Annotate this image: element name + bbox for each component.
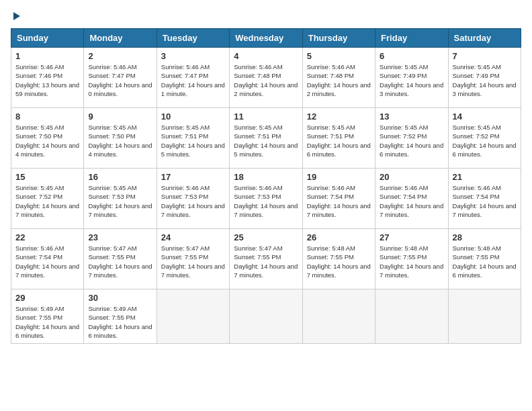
calendar-header-sunday: Sunday xyxy=(11,29,84,48)
calendar-table: SundayMondayTuesdayWednesdayThursdayFrid… xyxy=(11,28,521,344)
calendar-week-row: 29Sunrise: 5:49 AMSunset: 7:55 PMDayligh… xyxy=(11,289,521,344)
day-info: Sunrise: 5:45 AMSunset: 7:51 PMDaylight:… xyxy=(307,123,371,158)
day-number: 26 xyxy=(307,232,371,242)
calendar-cell: 10Sunrise: 5:45 AMSunset: 7:51 PMDayligh… xyxy=(157,108,229,169)
day-info: Sunrise: 5:49 AMSunset: 7:55 PMDaylight:… xyxy=(88,304,152,340)
calendar-header-friday: Friday xyxy=(375,29,448,48)
calendar-cell: 20Sunrise: 5:46 AMSunset: 7:54 PMDayligh… xyxy=(375,169,448,229)
calendar-week-row: 1Sunrise: 5:46 AMSunset: 7:46 PMDaylight… xyxy=(11,48,521,108)
day-number: 20 xyxy=(380,172,443,182)
day-number: 28 xyxy=(453,232,517,242)
calendar-cell: 14Sunrise: 5:45 AMSunset: 7:52 PMDayligh… xyxy=(448,108,521,169)
calendar-header-thursday: Thursday xyxy=(302,29,375,48)
calendar-cell: 6Sunrise: 5:45 AMSunset: 7:49 PMDaylight… xyxy=(375,48,448,108)
day-info: Sunrise: 5:45 AMSunset: 7:51 PMDaylight:… xyxy=(161,123,225,158)
day-number: 12 xyxy=(307,111,371,122)
calendar-header-tuesday: Tuesday xyxy=(157,29,229,48)
day-info: Sunrise: 5:45 AMSunset: 7:50 PMDaylight:… xyxy=(88,123,152,158)
day-info: Sunrise: 5:49 AMSunset: 7:55 PMDaylight:… xyxy=(15,304,79,340)
day-number: 21 xyxy=(453,172,517,182)
calendar-cell: 12Sunrise: 5:45 AMSunset: 7:51 PMDayligh… xyxy=(302,108,375,169)
day-info: Sunrise: 5:46 AMSunset: 7:54 PMDaylight:… xyxy=(15,244,79,279)
calendar-cell xyxy=(302,289,375,344)
day-info: Sunrise: 5:46 AMSunset: 7:48 PMDaylight:… xyxy=(307,62,371,98)
calendar-cell xyxy=(230,289,302,344)
day-number: 13 xyxy=(380,111,443,122)
day-info: Sunrise: 5:46 AMSunset: 7:54 PMDaylight:… xyxy=(380,183,443,219)
day-number: 18 xyxy=(234,172,298,182)
calendar-header-wednesday: Wednesday xyxy=(230,29,302,48)
day-number: 10 xyxy=(161,111,225,122)
day-number: 25 xyxy=(234,232,298,242)
day-number: 11 xyxy=(234,111,298,122)
day-info: Sunrise: 5:46 AMSunset: 7:46 PMDaylight:… xyxy=(15,62,79,98)
calendar-cell: 22Sunrise: 5:46 AMSunset: 7:54 PMDayligh… xyxy=(11,229,84,289)
day-number: 9 xyxy=(88,111,152,122)
day-number: 19 xyxy=(307,172,371,182)
calendar-cell: 18Sunrise: 5:46 AMSunset: 7:53 PMDayligh… xyxy=(230,169,302,229)
day-info: Sunrise: 5:46 AMSunset: 7:47 PMDaylight:… xyxy=(88,62,152,98)
day-number: 16 xyxy=(88,172,152,182)
calendar-cell: 7Sunrise: 5:45 AMSunset: 7:49 PMDaylight… xyxy=(448,48,521,108)
day-info: Sunrise: 5:45 AMSunset: 7:49 PMDaylight:… xyxy=(380,62,443,98)
day-info: Sunrise: 5:47 AMSunset: 7:55 PMDaylight:… xyxy=(234,244,298,279)
calendar-cell xyxy=(448,289,521,344)
day-info: Sunrise: 5:48 AMSunset: 7:55 PMDaylight:… xyxy=(307,244,371,279)
day-info: Sunrise: 5:48 AMSunset: 7:55 PMDaylight:… xyxy=(380,244,443,279)
day-info: Sunrise: 5:46 AMSunset: 7:54 PMDaylight:… xyxy=(307,183,371,219)
calendar-cell: 26Sunrise: 5:48 AMSunset: 7:55 PMDayligh… xyxy=(302,229,375,289)
calendar-week-row: 22Sunrise: 5:46 AMSunset: 7:54 PMDayligh… xyxy=(11,229,521,289)
day-info: Sunrise: 5:46 AMSunset: 7:48 PMDaylight:… xyxy=(234,62,298,98)
calendar-cell xyxy=(375,289,448,344)
logo xyxy=(11,11,20,20)
calendar-cell: 5Sunrise: 5:46 AMSunset: 7:48 PMDaylight… xyxy=(302,48,375,108)
calendar-cell: 30Sunrise: 5:49 AMSunset: 7:55 PMDayligh… xyxy=(84,289,157,344)
calendar-cell: 25Sunrise: 5:47 AMSunset: 7:55 PMDayligh… xyxy=(230,229,302,289)
day-info: Sunrise: 5:45 AMSunset: 7:49 PMDaylight:… xyxy=(453,62,517,98)
day-info: Sunrise: 5:47 AMSunset: 7:55 PMDaylight:… xyxy=(161,244,225,279)
calendar-week-row: 8Sunrise: 5:45 AMSunset: 7:50 PMDaylight… xyxy=(11,108,521,169)
day-info: Sunrise: 5:45 AMSunset: 7:51 PMDaylight:… xyxy=(234,123,298,158)
calendar-cell: 29Sunrise: 5:49 AMSunset: 7:55 PMDayligh… xyxy=(11,289,84,344)
day-number: 5 xyxy=(307,51,371,61)
day-info: Sunrise: 5:45 AMSunset: 7:52 PMDaylight:… xyxy=(380,123,443,158)
calendar-cell xyxy=(157,289,229,344)
calendar-header-saturday: Saturday xyxy=(448,29,521,48)
day-info: Sunrise: 5:48 AMSunset: 7:55 PMDaylight:… xyxy=(453,244,517,279)
calendar-header-row: SundayMondayTuesdayWednesdayThursdayFrid… xyxy=(11,29,521,48)
day-number: 15 xyxy=(15,172,79,182)
calendar-cell: 15Sunrise: 5:45 AMSunset: 7:52 PMDayligh… xyxy=(11,169,84,229)
calendar-cell: 1Sunrise: 5:46 AMSunset: 7:46 PMDaylight… xyxy=(11,48,84,108)
calendar-cell: 11Sunrise: 5:45 AMSunset: 7:51 PMDayligh… xyxy=(230,108,302,169)
day-number: 17 xyxy=(161,172,225,182)
calendar-cell: 17Sunrise: 5:46 AMSunset: 7:53 PMDayligh… xyxy=(157,169,229,229)
day-info: Sunrise: 5:45 AMSunset: 7:50 PMDaylight:… xyxy=(15,123,79,158)
day-number: 6 xyxy=(380,51,443,61)
day-number: 29 xyxy=(15,293,79,303)
calendar-cell: 13Sunrise: 5:45 AMSunset: 7:52 PMDayligh… xyxy=(375,108,448,169)
calendar-cell: 23Sunrise: 5:47 AMSunset: 7:55 PMDayligh… xyxy=(84,229,157,289)
day-number: 14 xyxy=(453,111,517,122)
day-info: Sunrise: 5:46 AMSunset: 7:54 PMDaylight:… xyxy=(453,183,517,219)
logo-arrow-icon xyxy=(13,12,20,20)
day-info: Sunrise: 5:45 AMSunset: 7:53 PMDaylight:… xyxy=(88,183,152,219)
day-info: Sunrise: 5:46 AMSunset: 7:47 PMDaylight:… xyxy=(161,62,225,98)
day-number: 4 xyxy=(234,51,298,61)
day-info: Sunrise: 5:45 AMSunset: 7:52 PMDaylight:… xyxy=(15,183,79,219)
day-info: Sunrise: 5:46 AMSunset: 7:53 PMDaylight:… xyxy=(161,183,225,219)
calendar-cell: 2Sunrise: 5:46 AMSunset: 7:47 PMDaylight… xyxy=(84,48,157,108)
calendar-cell: 19Sunrise: 5:46 AMSunset: 7:54 PMDayligh… xyxy=(302,169,375,229)
calendar-cell: 9Sunrise: 5:45 AMSunset: 7:50 PMDaylight… xyxy=(84,108,157,169)
calendar-cell: 21Sunrise: 5:46 AMSunset: 7:54 PMDayligh… xyxy=(448,169,521,229)
calendar-header-monday: Monday xyxy=(84,29,157,48)
calendar-cell: 28Sunrise: 5:48 AMSunset: 7:55 PMDayligh… xyxy=(448,229,521,289)
day-number: 8 xyxy=(15,111,79,122)
calendar-cell: 24Sunrise: 5:47 AMSunset: 7:55 PMDayligh… xyxy=(157,229,229,289)
calendar-cell: 27Sunrise: 5:48 AMSunset: 7:55 PMDayligh… xyxy=(375,229,448,289)
day-number: 2 xyxy=(88,51,152,61)
day-info: Sunrise: 5:47 AMSunset: 7:55 PMDaylight:… xyxy=(88,244,152,279)
day-number: 7 xyxy=(453,51,517,61)
day-info: Sunrise: 5:46 AMSunset: 7:53 PMDaylight:… xyxy=(234,183,298,219)
day-number: 30 xyxy=(88,293,152,303)
calendar-cell: 8Sunrise: 5:45 AMSunset: 7:50 PMDaylight… xyxy=(11,108,84,169)
